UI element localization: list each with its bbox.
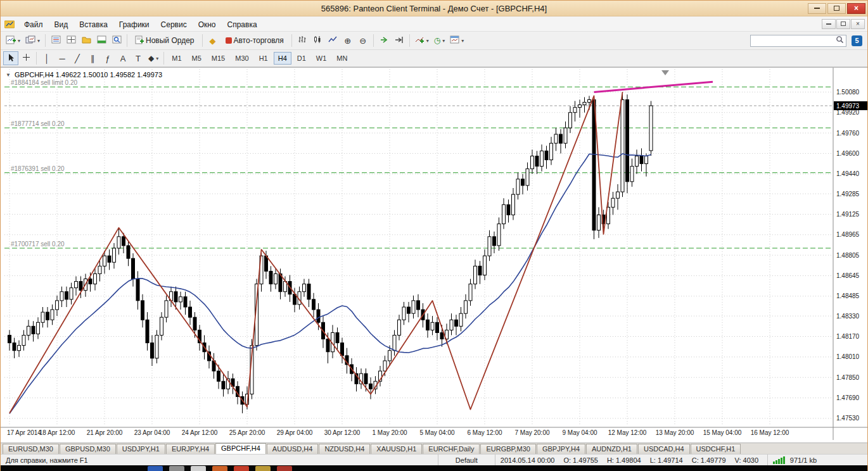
menu-service[interactable]: Сервис xyxy=(155,18,193,31)
mdi-minimize-button[interactable] xyxy=(822,19,836,29)
auto-scroll-icon xyxy=(380,36,388,46)
new-chart-button[interactable]: ▾ xyxy=(3,34,23,47)
taskbar-icon[interactable] xyxy=(255,466,271,471)
mdi-close-button[interactable]: × xyxy=(851,19,865,29)
menu-window[interactable]: Окно xyxy=(193,18,222,31)
timeframe-w1[interactable]: W1 xyxy=(312,52,331,65)
terminal-button[interactable] xyxy=(94,34,109,47)
menu-help[interactable]: Справка xyxy=(222,18,263,31)
svg-text:1.48485: 1.48485 xyxy=(836,292,860,299)
metaeditor-button[interactable]: ◆ xyxy=(205,34,220,47)
taskbar-icon[interactable] xyxy=(277,466,292,471)
maximize-button[interactable] xyxy=(827,3,846,14)
cursor-tool-button[interactable] xyxy=(3,51,18,65)
timeframe-mn[interactable]: MN xyxy=(332,52,352,65)
zoom-in-icon: ⊕ xyxy=(344,37,351,45)
data-window-button[interactable] xyxy=(63,34,79,47)
fibonacci-icon: ƒ xyxy=(105,54,110,63)
chart-tab-usdchf-h1[interactable]: USDCHF,H1 xyxy=(691,444,741,454)
chart-tab-usdcad-h4[interactable]: USDCAD,H4 xyxy=(638,444,690,454)
shapes-tool-button[interactable]: ◆ ▾ xyxy=(146,51,161,65)
navigator-button[interactable] xyxy=(79,34,94,47)
cursor-icon xyxy=(7,53,15,64)
timeframe-h1[interactable]: H1 xyxy=(255,52,272,65)
timeframe-m15[interactable]: M15 xyxy=(207,52,229,65)
menu-insert[interactable]: Вставка xyxy=(73,18,113,31)
menu-file[interactable]: Файл xyxy=(18,18,49,31)
dropdown-icon: ▾ xyxy=(156,56,158,61)
profiles-button[interactable]: ▾ xyxy=(23,34,42,47)
timeframe-m1[interactable]: M1 xyxy=(167,52,186,65)
auto-scroll-button[interactable] xyxy=(376,34,392,47)
clock-icon: ◷ xyxy=(434,37,440,44)
svg-text:1.47850: 1.47850 xyxy=(836,374,860,381)
trendline-tool-button[interactable]: ╱ xyxy=(70,51,85,65)
channel-tool-button[interactable]: ∥ xyxy=(85,51,100,65)
timeframe-m30[interactable]: M30 xyxy=(231,52,253,65)
chart-shift-button[interactable] xyxy=(392,34,407,47)
status-profile[interactable]: Default xyxy=(438,455,495,465)
chart-tab-gbpjpy-h4[interactable]: GBPJPY,H4 xyxy=(537,444,585,454)
mdi-restore-button[interactable] xyxy=(836,19,850,29)
status-bar-data: 2014.05.14 00:00 O: 1.49755 H: 1.49804 L… xyxy=(495,455,768,465)
chart-tab-usdjpy-h1[interactable]: USDJPY,H1 xyxy=(117,444,165,454)
search-input[interactable] xyxy=(752,36,835,46)
taskbar-icon[interactable] xyxy=(148,466,163,471)
crosshair-tool-button[interactable] xyxy=(18,51,34,65)
svg-text:GBPCHF,H4 1.49622 1.50010 1.4: GBPCHF,H4 1.49622 1.50010 1.49582 1.4997… xyxy=(15,71,162,78)
chart-tab-nzdusd-h4[interactable]: NZDUSD,H4 xyxy=(319,444,370,454)
menu-view[interactable]: Вид xyxy=(49,18,74,31)
search-icon xyxy=(836,35,844,46)
mdi-restore-icon xyxy=(841,22,846,26)
strategy-tester-button[interactable] xyxy=(109,34,124,47)
chart-tab-audusd-h4[interactable]: AUDUSD,H4 xyxy=(267,444,319,454)
zoom-in-button[interactable]: ⊕ xyxy=(340,34,355,47)
channel-icon: ∥ xyxy=(91,54,95,63)
chart-tab-eurusd-m30[interactable]: EURUSD,M30 xyxy=(3,444,59,454)
timeframe-buttons: M1M5M15M30H1H4D1W1MN xyxy=(167,52,352,65)
timeframe-m5[interactable]: M5 xyxy=(188,52,206,65)
chart-tab-xauusd-h1[interactable]: XAUUSD,H1 xyxy=(371,444,422,454)
fibonacci-tool-button[interactable]: ƒ xyxy=(100,51,115,65)
auto-trading-button[interactable]: Авто-торговля xyxy=(220,34,289,47)
chart-tab-gbpchf-h4[interactable]: GBPCHF,H4 xyxy=(215,443,266,454)
dropdown-icon: ▾ xyxy=(18,38,20,44)
status-help-text: Для справки, нажмите F1 xyxy=(1,455,438,465)
label-tool-button[interactable]: T xyxy=(131,51,146,65)
bar-chart-mode-button[interactable] xyxy=(295,34,310,47)
chart-tab-eurjpy-h4[interactable]: EURJPY,H4 xyxy=(166,444,215,454)
minimize-button[interactable] xyxy=(808,3,826,14)
svg-text:9 May 04:00: 9 May 04:00 xyxy=(562,429,597,436)
candlestick-mode-button[interactable] xyxy=(310,34,325,47)
horizontal-line-tool-button[interactable]: ─ xyxy=(54,51,70,65)
timeframe-d1[interactable]: D1 xyxy=(293,52,310,65)
zoom-out-button[interactable]: ⊖ xyxy=(355,34,371,47)
svg-text:1.49600: 1.49600 xyxy=(836,150,860,157)
price-chart[interactable]: #1884184 sell limit 0.20#1877714 sell 0.… xyxy=(1,68,867,440)
vertical-line-tool-button[interactable]: │ xyxy=(39,51,54,65)
chart-tab-eurchf-daily[interactable]: EURCHF,Daily xyxy=(423,444,480,454)
periods-button[interactable]: ◷ ▾ xyxy=(431,34,448,47)
taskbar-icon[interactable] xyxy=(169,466,184,471)
taskbar-icon[interactable] xyxy=(234,466,249,471)
taskbar-icon[interactable] xyxy=(212,466,227,471)
search-button[interactable] xyxy=(835,35,845,46)
indicators-button[interactable]: ▾ xyxy=(412,34,431,47)
menu-items: ФайлВидВставкаГрафикиСервисОкноСправка xyxy=(18,18,263,30)
mdi-controls: × xyxy=(821,19,865,29)
svg-text:#1877714 sell 0.20: #1877714 sell 0.20 xyxy=(11,120,65,127)
line-chart-mode-button[interactable] xyxy=(325,34,340,47)
chart-tab-eurgbp-m30[interactable]: EURGBP,M30 xyxy=(480,444,536,454)
timeframe-h4[interactable]: H4 xyxy=(274,52,291,65)
mql5-community-button[interactable]: 5 xyxy=(849,34,865,47)
market-watch-button[interactable] xyxy=(48,34,63,47)
taskbar-icon[interactable] xyxy=(191,466,206,471)
chart-tab-audnzd-h1[interactable]: AUDNZD,H1 xyxy=(586,444,637,454)
toolbar-separator xyxy=(36,52,37,65)
menu-charts[interactable]: Графики xyxy=(113,18,155,31)
new-order-button[interactable]: Новый Ордер xyxy=(130,34,199,47)
templates-button[interactable]: ▾ xyxy=(447,34,466,47)
close-button[interactable]: × xyxy=(847,3,865,14)
chart-tab-gbpusd-m30[interactable]: GBPUSD,M30 xyxy=(60,444,116,454)
text-tool-button[interactable]: A xyxy=(115,51,131,65)
